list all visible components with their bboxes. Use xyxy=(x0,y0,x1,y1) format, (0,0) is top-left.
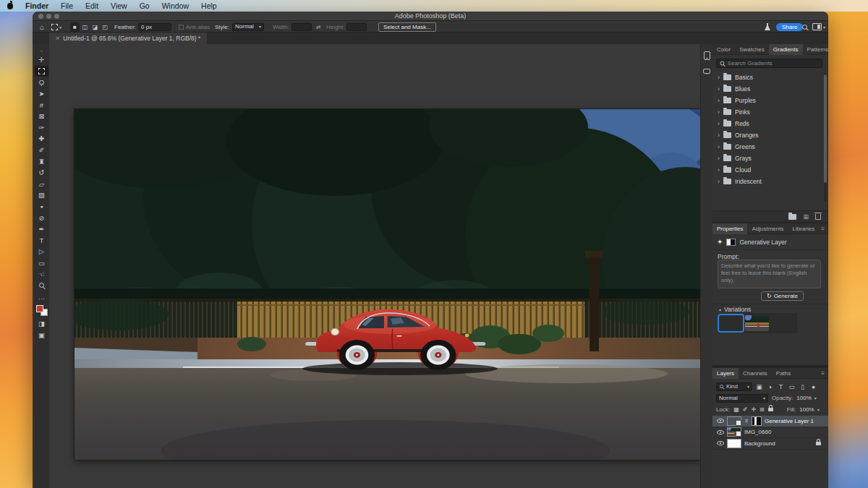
layer-row-img0660[interactable]: IMG_0660 xyxy=(712,427,828,439)
visibility-eye-icon[interactable] xyxy=(717,430,724,435)
layer-name[interactable]: Background xyxy=(744,440,775,447)
kind-filter-select[interactable]: Kind▾ xyxy=(716,382,752,391)
gradient-folder-greens[interactable]: ›Greens xyxy=(712,141,822,153)
eraser-tool[interactable]: ▱ xyxy=(35,179,48,190)
apple-menu-icon[interactable] xyxy=(7,3,13,9)
blend-mode-select[interactable]: Normal▾ xyxy=(716,394,768,403)
layer-row-generative[interactable]: ∞ Generative Layer 1 xyxy=(712,416,828,427)
comments-icon[interactable] xyxy=(703,69,710,74)
delete-icon[interactable] xyxy=(815,214,821,220)
new-selection-button[interactable]: ■ xyxy=(70,22,80,32)
filter-pixel-layers-icon[interactable]: ▣ xyxy=(755,383,763,390)
eyedropper-tool[interactable]: ✑ xyxy=(35,122,48,134)
zoom-tool[interactable] xyxy=(35,280,48,291)
style-select[interactable]: Normal▾ xyxy=(232,23,264,31)
tab-libraries[interactable]: Libraries xyxy=(788,223,820,234)
filter-smart-objects-icon[interactable]: ▯ xyxy=(799,383,807,390)
move-tool[interactable]: ✛ xyxy=(35,54,48,66)
document-canvas[interactable] xyxy=(75,109,700,460)
layer-thumbnail[interactable] xyxy=(727,439,741,448)
close-window-button[interactable] xyxy=(38,14,43,19)
swap-dimensions-icon[interactable]: ⇄ xyxy=(316,21,321,33)
tab-gradients[interactable]: Gradients xyxy=(769,44,803,55)
share-button[interactable]: Share xyxy=(776,23,803,31)
feather-input[interactable]: 0 px xyxy=(138,23,171,31)
lock-position-icon[interactable]: ✛ xyxy=(751,406,756,413)
opacity-select[interactable]: 100%▾ xyxy=(796,394,816,403)
chevron-right-icon[interactable]: › xyxy=(718,85,720,93)
gradient-search[interactable] xyxy=(716,59,822,68)
chevron-right-icon[interactable]: › xyxy=(718,132,720,139)
tab-layers[interactable]: Layers xyxy=(712,368,739,379)
window-title-bar[interactable]: Adobe Photoshop (Beta) xyxy=(33,12,828,21)
tab-channels[interactable]: Channels xyxy=(739,368,772,379)
menu-edit[interactable]: Edit xyxy=(85,1,98,10)
menu-file[interactable]: File xyxy=(61,1,73,10)
tab-adjustments[interactable]: Adjustments xyxy=(747,223,788,234)
dodge-tool[interactable]: ⊘ xyxy=(35,212,48,223)
search-icon[interactable] xyxy=(802,21,807,33)
layer-name[interactable]: IMG_0660 xyxy=(744,429,771,435)
new-gradient-icon[interactable]: ⊞ xyxy=(803,214,809,220)
variation-thumbnail-3[interactable] xyxy=(771,315,795,331)
gradient-folder-blues[interactable]: ›Blues xyxy=(712,83,822,95)
minimize-window-button[interactable] xyxy=(46,14,51,19)
tab-patterns[interactable]: Patterns xyxy=(803,44,829,55)
panel-menu-icon[interactable]: ≡ xyxy=(821,370,825,377)
menu-app[interactable]: Finder xyxy=(25,1,48,10)
gradient-folder-reds[interactable]: ›Reds xyxy=(712,118,822,129)
gradient-folder-pinks[interactable]: ›Pinks xyxy=(712,106,822,118)
lock-artboard-icon[interactable]: ⊞ xyxy=(760,406,765,413)
lock-pixels-icon[interactable]: ✐ xyxy=(743,406,748,413)
filter-pin-icon[interactable]: ● xyxy=(809,383,817,390)
chevron-right-icon[interactable]: › xyxy=(718,97,720,104)
variations-header[interactable]: ▾Variations xyxy=(718,306,751,313)
gradient-folder-iridescent[interactable]: ›Iridescent xyxy=(712,176,822,187)
prompt-textarea[interactable] xyxy=(718,260,821,288)
height-input[interactable] xyxy=(346,23,367,31)
clone-stamp-tool[interactable]: ♜ xyxy=(35,155,48,167)
visibility-eye-icon[interactable] xyxy=(717,441,724,445)
fill-select[interactable]: 100%▾ xyxy=(799,405,819,414)
width-input[interactable] xyxy=(292,23,312,31)
history-brush-tool[interactable]: ↺ xyxy=(35,167,48,179)
screen-mode-button[interactable]: ▣ xyxy=(35,330,48,341)
layer-row-background[interactable]: Background xyxy=(712,438,828,450)
object-selection-tool[interactable]: ➤ xyxy=(35,88,48,100)
chevron-right-icon[interactable]: › xyxy=(718,74,720,81)
menu-go[interactable]: Go xyxy=(140,1,150,10)
gradient-folder-cloud[interactable]: ›Cloud xyxy=(712,164,822,176)
close-document-icon[interactable]: × xyxy=(56,35,59,42)
gradient-search-input[interactable] xyxy=(728,60,819,67)
quick-mask-button[interactable]: ◨ xyxy=(35,318,48,330)
rectangle-tool[interactable]: ▭ xyxy=(35,257,48,269)
gradient-folder-basics[interactable]: ›Basics xyxy=(712,72,822,83)
chevron-right-icon[interactable]: › xyxy=(718,120,720,127)
gradient-folder-grays[interactable]: ›Grays xyxy=(712,153,822,164)
variation-thumbnail-2[interactable] xyxy=(745,315,769,331)
panel-menu-icon[interactable]: ≡ xyxy=(821,226,825,232)
tab-paths[interactable]: Paths xyxy=(772,368,795,379)
document-tab[interactable]: × Untitled-1 @ 65.6% (Generative Layer 1… xyxy=(49,33,207,44)
toolbar-grip[interactable]: » xyxy=(41,49,43,53)
beta-flask-icon[interactable] xyxy=(765,21,770,33)
select-and-mask-button[interactable]: Select and Mask... xyxy=(378,22,436,32)
brush-tool[interactable]: ✐ xyxy=(35,145,48,156)
lock-transparency-icon[interactable]: ▦ xyxy=(733,406,739,413)
foreground-color-swatch[interactable] xyxy=(36,305,43,312)
visibility-eye-icon[interactable] xyxy=(717,419,724,423)
generate-button[interactable]: ↻Generate xyxy=(761,291,804,301)
blur-tool[interactable]: ● xyxy=(35,201,48,213)
pen-tool[interactable]: ✒ xyxy=(35,223,48,235)
filter-shape-layers-icon[interactable]: ▭ xyxy=(788,383,796,390)
crop-tool[interactable]: # xyxy=(35,99,48,111)
healing-brush-tool[interactable]: ✚ xyxy=(35,133,48,145)
lock-all-icon[interactable] xyxy=(768,408,773,411)
chevron-right-icon[interactable]: › xyxy=(718,143,720,150)
type-tool[interactable]: T xyxy=(35,235,48,247)
chevron-right-icon[interactable]: › xyxy=(718,155,720,162)
edit-toolbar-button[interactable]: … xyxy=(35,291,48,302)
gradient-folder-oranges[interactable]: ›Oranges xyxy=(712,129,822,141)
home-icon[interactable]: ⌂ xyxy=(40,21,44,33)
marquee-preset-icon[interactable]: ▾ xyxy=(51,21,61,33)
